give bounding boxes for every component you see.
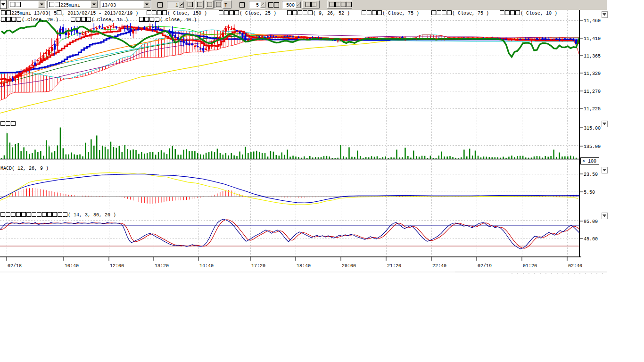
svg-text:11,460: 11,460 (584, 18, 601, 24)
svg-text:, 2013/02/15 - 2013/02/19 ): , 2013/02/15 - 2013/02/19 ) (62, 11, 138, 16)
svg-text:( Close, 75 ): ( Close, 75 ) (382, 11, 419, 16)
svg-text:225mini 13/03( 5: 225mini 13/03( 5 (11, 11, 57, 16)
svg-text:( 14, 3, 80, 20 ): ( 14, 3, 80, 20 ) (68, 213, 116, 218)
svg-text:95.00: 95.00 (584, 219, 598, 224)
svg-text:20:00: 20:00 (342, 263, 356, 269)
svg-text:( Close, 40 ): ( Close, 40 ) (160, 17, 197, 23)
svg-text:02/19: 02/19 (478, 263, 492, 269)
svg-text:11,365: 11,365 (584, 54, 601, 59)
svg-text:13:20: 13:20 (155, 263, 169, 269)
svg-text:( Close, 75 ): ( Close, 75 ) (452, 11, 489, 16)
svg-text:22:40: 22:40 (432, 263, 446, 269)
svg-text:12:00: 12:00 (110, 263, 124, 269)
svg-text:( 9, 26, 52 ): ( 9, 26, 52 ) (313, 11, 350, 16)
svg-text:225mini: 225mini (60, 3, 80, 8)
svg-text:× 100: × 100 (582, 159, 596, 164)
svg-text:11,320: 11,320 (584, 71, 601, 76)
svg-text:315.00: 315.00 (584, 126, 601, 131)
svg-text:45.00: 45.00 (584, 237, 598, 242)
svg-text:( Close, 20 ): ( Close, 20 ) (22, 17, 58, 23)
svg-text:1: 1 (175, 3, 178, 8)
svg-text:18:40: 18:40 (297, 263, 311, 269)
svg-text:01:20: 01:20 (523, 263, 537, 269)
svg-text:11,225: 11,225 (584, 107, 601, 112)
svg-text:MACD( 12, 26, 9 ): MACD( 12, 26, 9 ) (0, 166, 49, 171)
svg-text:5.50: 5.50 (584, 190, 595, 195)
svg-text:( Close, 10 ): ( Close, 10 ) (520, 11, 557, 16)
svg-text:10:40: 10:40 (65, 263, 79, 269)
svg-text:02:40: 02:40 (568, 263, 582, 269)
svg-text:( Close, 25 ): ( Close, 25 ) (239, 11, 276, 16)
svg-text:13/03: 13/03 (102, 3, 116, 8)
svg-text:23.50: 23.50 (584, 172, 598, 177)
svg-text:135.00: 135.00 (584, 144, 601, 149)
svg-text:17:20: 17:20 (251, 263, 265, 269)
svg-text:14:40: 14:40 (199, 263, 214, 269)
svg-text:11,410: 11,410 (584, 36, 601, 41)
svg-text:02/18: 02/18 (8, 263, 22, 269)
svg-text:21:20: 21:20 (387, 263, 401, 269)
svg-text:5: 5 (256, 3, 259, 8)
svg-text:T: T (224, 3, 227, 8)
svg-text:( Close, 15 ): ( Close, 15 ) (91, 17, 128, 23)
svg-text:500: 500 (286, 3, 295, 8)
svg-text:11,270: 11,270 (584, 89, 601, 94)
svg-text:( Close, 150 ): ( Close, 150 ) (167, 11, 207, 16)
